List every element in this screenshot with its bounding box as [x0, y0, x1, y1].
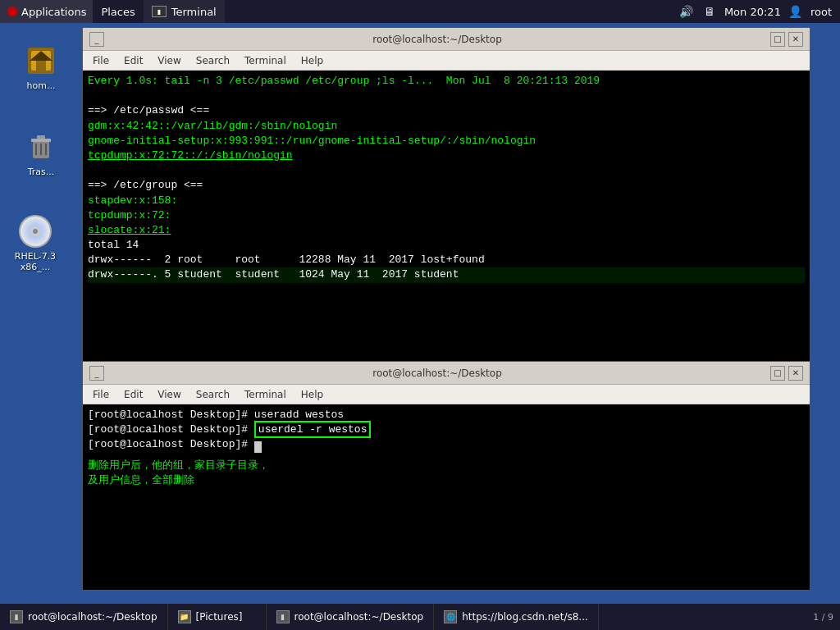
win-controls-2: _ [89, 366, 104, 381]
ls-line1: drwx------ 2 root root 12288 May 11 2017… [88, 253, 485, 266]
taskbar-top-right: 🔊 🖥 Mon 20:21 👤 root [678, 3, 840, 20]
taskbar-icon-2: 📁 [178, 610, 191, 623]
win-controls-1b: □ ✕ [770, 32, 803, 47]
chinese-comment: 删除用户后，他的组，家目录子目录， 及用户信息，全部删除 [88, 458, 805, 487]
menu-file-2[interactable]: File [86, 387, 116, 402]
menu-edit-2[interactable]: Edit [117, 387, 149, 402]
terminal-window-1: _ root@localhost:~/Desktop □ ✕ File Edit… [82, 27, 810, 363]
trash-icon-img [21, 127, 61, 167]
group-line3: slocate:x:21: [88, 224, 171, 236]
terminal-2-titlebar: _ root@localhost:~/Desktop □ ✕ [83, 362, 810, 385]
monitor-icon[interactable]: 🖥 [701, 3, 718, 20]
places-label: Places [101, 6, 135, 18]
passwd-header: ==> /etc/passwd <== [88, 104, 209, 116]
svg-rect-7 [37, 135, 45, 139]
terminal-1-content: Every 1.0s: tail -n 3 /etc/passwd /etc/g… [83, 71, 810, 363]
applications-menu[interactable]: Applications [0, 0, 93, 23]
menu-terminal-1[interactable]: Terminal [238, 53, 293, 68]
menu-help-1[interactable]: Help [294, 53, 330, 68]
user-icon[interactable]: 👤 [788, 3, 804, 20]
terminal-taskbar-label: Terminal [171, 6, 217, 18]
dvd-icon-img [16, 212, 55, 251]
userdel-highlighted: userdel -r westos [254, 421, 372, 438]
taskbar-btn-3[interactable]: ▮ root@localhost:~/Desktop [267, 604, 435, 630]
svg-point-0 [7, 7, 17, 16]
terminal-icon: ▮ [152, 6, 167, 17]
passwd-line2: gnome-initial-setup:x:993:991::/run/gnom… [88, 135, 536, 147]
menu-view-1[interactable]: View [151, 53, 187, 68]
group-line1: stapdev:x:158: [88, 194, 177, 207]
taskbar-icon-4: 🌐 [444, 610, 457, 623]
minimize-btn-1[interactable]: _ [89, 32, 104, 47]
watch-command-line: Every 1.0s: tail -n 3 /etc/passwd /etc/g… [88, 75, 600, 87]
page-info: 1 / 9 [813, 612, 833, 623]
places-menu[interactable]: Places [93, 0, 143, 23]
menu-search-1[interactable]: Search [189, 53, 236, 68]
close-btn-1[interactable]: ✕ [788, 32, 803, 47]
taskbar-btn-1[interactable]: ▮ root@localhost:~/Desktop [0, 604, 168, 630]
useradd-line: [root@localhost Desktop]# useradd westos [88, 409, 344, 421]
minimize-btn-2[interactable]: _ [89, 366, 104, 381]
terminal-taskbar-item[interactable]: ▮ Terminal [144, 0, 225, 23]
ls-total: total 14 [88, 239, 139, 251]
taskbar-btn2-label: [Pictures] [196, 611, 243, 623]
taskbar-btn3-label: root@localhost:~/Desktop [294, 611, 424, 623]
menu-search-2[interactable]: Search [189, 387, 236, 402]
taskbar-btn-2[interactable]: 📁 [Pictures] [168, 604, 267, 630]
terminal-2-menubar: File Edit View Search Terminal Help [83, 385, 810, 404]
menu-terminal-2[interactable]: Terminal [238, 387, 293, 402]
terminal-1-titlebar: _ root@localhost:~/Desktop □ ✕ [83, 28, 810, 51]
group-line2: tcpdump:x:72: [88, 209, 171, 221]
group-header: ==> /etc/group <== [88, 179, 203, 191]
maximize-btn-2[interactable]: □ [770, 366, 785, 381]
menu-view-2[interactable]: View [151, 387, 187, 402]
datetime-label: Mon 20:21 [724, 6, 781, 18]
home-icon-img [21, 41, 61, 80]
user-label: root [810, 6, 832, 18]
comment-line1: 删除用户后，他的组，家目录子目录， [88, 459, 269, 471]
apps-icon [7, 6, 18, 17]
passwd-line3: tcpdump:x:72:72::/:/sbin/nologin [88, 149, 293, 162]
taskbar-bottom: ▮ root@localhost:~/Desktop 📁 [Pictures] … [0, 604, 840, 630]
menu-edit-1[interactable]: Edit [117, 53, 149, 68]
cursor [254, 441, 262, 453]
taskbar-icon-1: ▮ [10, 610, 23, 623]
volume-icon[interactable]: 🔊 [678, 3, 695, 20]
terminal-2-content: [root@localhost Desktop]# useradd westos… [83, 404, 810, 590]
svg-rect-3 [36, 59, 46, 71]
taskbar-icon-3: ▮ [276, 610, 290, 623]
trash-icon[interactable]: Tras... [12, 127, 70, 177]
taskbar-top: Applications Places ▮ Terminal 🔊 🖥 Mon 2… [0, 0, 840, 23]
taskbar-btn4-label: https://blog.csdn.net/s8... [462, 611, 588, 623]
maximize-btn-1[interactable]: □ [770, 32, 785, 47]
win-controls-1: _ [89, 32, 104, 47]
terminal-2-title: root@localhost:~/Desktop [104, 368, 770, 379]
userdel-line: [root@localhost Desktop]# userdel -r wes… [88, 421, 371, 438]
win-controls-2b: □ ✕ [770, 366, 803, 381]
passwd-line1: gdm:x:42:42::/var/lib/gdm:/sbin/nologin [88, 120, 337, 132]
comment-line2: 及用户信息，全部删除 [88, 473, 194, 486]
svg-point-14 [33, 229, 38, 234]
terminal-1-title: root@localhost:~/Desktop [104, 34, 770, 45]
menu-help-2[interactable]: Help [294, 387, 330, 402]
terminal-1-menubar: File Edit View Search Terminal Help [83, 51, 810, 71]
taskbar-btn-4[interactable]: 🌐 https://blog.csdn.net/s8... [434, 604, 599, 630]
prompt-line: [root@localhost Desktop]# [88, 438, 262, 450]
terminal-window-2: _ root@localhost:~/Desktop □ ✕ File Edit… [82, 361, 810, 591]
home-label: hom... [27, 80, 56, 91]
ls-line2: drwx------. 5 student student 1024 May 1… [88, 267, 805, 282]
trash-label: Tras... [28, 167, 55, 177]
taskbar-bottom-right: 1 / 9 [813, 612, 840, 623]
home-icon[interactable]: hom... [12, 41, 70, 91]
menu-file-1[interactable]: File [86, 53, 116, 68]
applications-label: Applications [21, 6, 86, 18]
taskbar-btn1-label: root@localhost:~/Desktop [28, 611, 158, 623]
svg-rect-6 [31, 139, 51, 142]
close-btn-2[interactable]: ✕ [788, 366, 803, 381]
dvd-icon[interactable]: RHEL-7.3x86_... [7, 212, 64, 272]
dvd-label: RHEL-7.3x86_... [15, 251, 56, 272]
